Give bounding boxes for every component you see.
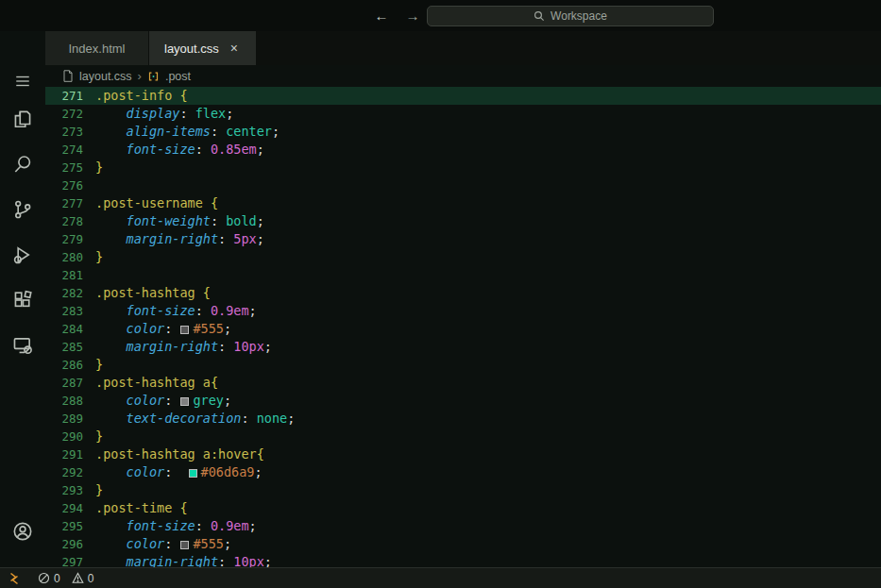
remote-icon[interactable] xyxy=(0,568,28,588)
token-brace: { xyxy=(257,446,264,462)
line-number[interactable]: 288 xyxy=(45,392,83,410)
explorer-icon[interactable] xyxy=(11,108,34,130)
token-num: 0.9em xyxy=(211,518,249,533)
code-line[interactable]: 272 display: flex; xyxy=(45,105,881,123)
line-number[interactable]: 279 xyxy=(45,230,83,248)
line-number[interactable]: 274 xyxy=(45,141,83,159)
token-punc: ; xyxy=(249,518,257,533)
file-icon xyxy=(62,70,74,82)
code-line[interactable]: 275} xyxy=(45,159,881,176)
tab-layout-css[interactable]: layout.css × xyxy=(149,31,256,65)
magnifier-icon xyxy=(534,10,545,22)
code-editor[interactable]: 271.post-info {272 display: flex;273 ali… xyxy=(45,87,881,567)
line-number[interactable]: 286 xyxy=(45,356,83,374)
token-brace: } xyxy=(95,160,103,175)
code-text: color: #06d6a9; xyxy=(83,463,263,481)
code-line[interactable]: 278 font-weight: bold; xyxy=(45,212,881,230)
code-line[interactable]: 293} xyxy=(45,481,881,499)
color-swatch[interactable] xyxy=(189,469,197,478)
code-line[interactable]: 286} xyxy=(45,356,881,374)
line-number[interactable]: 285 xyxy=(45,338,83,356)
back-arrow-icon[interactable]: ← xyxy=(372,6,391,25)
code-text: font-size: 0.9em; xyxy=(83,517,257,535)
code-line[interactable]: 271.post-info { xyxy=(45,87,881,105)
token-prop: font-size xyxy=(127,518,195,533)
run-debug-icon[interactable] xyxy=(11,244,34,266)
token-sel: .post-time xyxy=(95,500,172,515)
code-text: } xyxy=(83,428,103,445)
code-line[interactable]: 283 font-size: 0.9em; xyxy=(45,302,881,320)
code-line[interactable]: 291.post-hashtag a:hover{ xyxy=(45,445,881,463)
remote-explorer-icon[interactable] xyxy=(11,334,34,357)
code-line[interactable]: 274 font-size: 0.85em; xyxy=(45,141,881,159)
code-line[interactable]: 284 color: #555; xyxy=(45,320,881,338)
color-swatch[interactable] xyxy=(180,326,189,334)
code-text: } xyxy=(83,356,103,374)
code-line[interactable]: 280} xyxy=(45,248,881,266)
code-line[interactable]: 277.post-username { xyxy=(45,194,881,212)
code-line[interactable]: 279 margin-right: 5px; xyxy=(45,230,881,248)
line-number[interactable]: 280 xyxy=(45,248,83,266)
token-punc: ; xyxy=(224,393,231,408)
token-prop: color xyxy=(127,536,165,551)
code-line[interactable]: 290} xyxy=(45,428,881,445)
line-number[interactable]: 273 xyxy=(45,123,83,141)
line-number[interactable]: 295 xyxy=(45,517,83,535)
code-line[interactable]: 287.post-hashtag a{ xyxy=(45,374,881,392)
line-number[interactable]: 276 xyxy=(45,176,83,194)
line-number[interactable]: 289 xyxy=(45,410,83,428)
code-line[interactable]: 285 margin-right: 10px; xyxy=(45,338,881,356)
color-swatch[interactable] xyxy=(180,397,189,406)
code-text: color: #555; xyxy=(83,535,231,553)
line-number[interactable]: 296 xyxy=(45,535,83,553)
forward-arrow-icon[interactable]: → xyxy=(403,6,422,25)
line-number[interactable]: 281 xyxy=(45,266,83,284)
code-line[interactable]: 292 color: #06d6a9; xyxy=(45,463,881,481)
source-control-icon[interactable] xyxy=(11,198,34,221)
code-line[interactable]: 289 text-decoration: none; xyxy=(45,410,881,428)
line-number[interactable]: 272 xyxy=(45,105,83,123)
line-number[interactable]: 275 xyxy=(45,159,83,176)
line-number[interactable]: 291 xyxy=(45,445,83,463)
code-line[interactable]: 295 font-size: 0.9em; xyxy=(45,517,881,535)
code-line[interactable]: 273 align-items: center; xyxy=(45,123,881,141)
code-line[interactable]: 276 xyxy=(45,176,881,194)
line-number[interactable]: 278 xyxy=(45,212,83,230)
menu-icon[interactable] xyxy=(11,70,34,92)
token-hex: #555 xyxy=(193,536,224,551)
account-icon[interactable] xyxy=(11,520,34,543)
code-line[interactable]: 288 color: grey; xyxy=(45,392,881,410)
search-icon[interactable] xyxy=(11,153,34,176)
color-swatch[interactable] xyxy=(180,541,189,549)
code-line[interactable]: 282.post-hashtag { xyxy=(45,284,881,302)
chevron-right-icon: › xyxy=(138,69,142,83)
token-punc: ; xyxy=(224,536,231,551)
command-center-search[interactable]: Workspace xyxy=(427,6,714,26)
line-number[interactable]: 290 xyxy=(45,428,83,445)
problems-indicator[interactable]: 0 0 xyxy=(38,572,101,585)
extensions-icon[interactable] xyxy=(11,289,34,311)
tab-index-html[interactable]: Index.html xyxy=(45,31,149,65)
token-val: center xyxy=(226,124,272,139)
line-number[interactable]: 271 xyxy=(45,87,83,105)
line-number[interactable]: 294 xyxy=(45,499,83,517)
code-line[interactable]: 297 margin-right: 10px; xyxy=(45,553,881,567)
token-punc: ; xyxy=(257,142,264,157)
line-number[interactable]: 284 xyxy=(45,320,83,338)
line-number[interactable]: 287 xyxy=(45,374,83,392)
line-number[interactable]: 283 xyxy=(45,302,83,320)
token-punc: : xyxy=(218,554,233,567)
close-icon[interactable]: × xyxy=(228,41,241,56)
code-line[interactable]: 294.post-time { xyxy=(45,499,881,517)
line-number[interactable]: 282 xyxy=(45,284,83,302)
token-punc: : xyxy=(241,411,256,426)
token-brace: } xyxy=(95,428,103,444)
line-number[interactable]: 293 xyxy=(45,481,83,499)
breadcrumb-file[interactable]: layout.css xyxy=(79,70,132,83)
line-number[interactable]: 297 xyxy=(45,553,83,567)
breadcrumb-symbol[interactable]: .post xyxy=(165,70,191,83)
code-line[interactable]: 281 xyxy=(45,266,881,284)
code-line[interactable]: 296 color: #555; xyxy=(45,535,881,553)
line-number[interactable]: 277 xyxy=(45,194,83,212)
line-number[interactable]: 292 xyxy=(45,463,83,481)
